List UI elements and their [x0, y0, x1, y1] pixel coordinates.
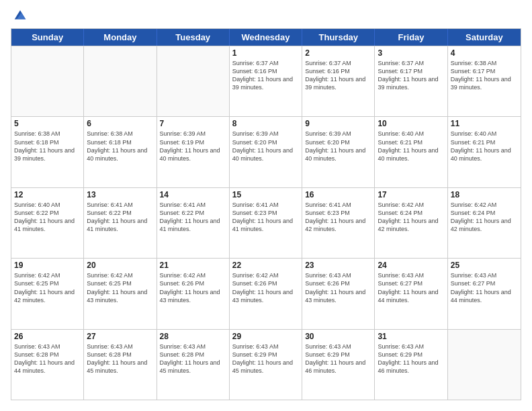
day-cell-11: 11Sunrise: 6:40 AM Sunset: 6:21 PM Dayli… — [448, 117, 521, 187]
day-info: Sunrise: 6:38 AM Sunset: 6:18 PM Dayligh… — [14, 130, 81, 163]
day-cell-3: 3Sunrise: 6:37 AM Sunset: 6:17 PM Daylig… — [375, 46, 447, 116]
day-cell-7: 7Sunrise: 6:39 AM Sunset: 6:19 PM Daylig… — [157, 117, 230, 187]
header-cell-wednesday: Wednesday — [230, 29, 302, 46]
day-cell-12: 12Sunrise: 6:40 AM Sunset: 6:22 PM Dayli… — [11, 188, 84, 258]
day-number: 21 — [160, 261, 226, 270]
empty-cell — [448, 330, 521, 400]
day-info: Sunrise: 6:43 AM Sunset: 6:27 PM Dayligh… — [451, 271, 518, 304]
day-cell-1: 1Sunrise: 6:37 AM Sunset: 6:16 PM Daylig… — [230, 46, 302, 116]
day-info: Sunrise: 6:42 AM Sunset: 6:26 PM Dayligh… — [232, 271, 299, 304]
day-info: Sunrise: 6:43 AM Sunset: 6:27 PM Dayligh… — [378, 271, 444, 304]
day-info: Sunrise: 6:39 AM Sunset: 6:20 PM Dayligh… — [305, 130, 371, 163]
calendar-week-1: 1Sunrise: 6:37 AM Sunset: 6:16 PM Daylig… — [11, 46, 521, 116]
calendar-week-3: 12Sunrise: 6:40 AM Sunset: 6:22 PM Dayli… — [11, 187, 521, 258]
day-cell-2: 2Sunrise: 6:37 AM Sunset: 6:16 PM Daylig… — [302, 46, 375, 116]
day-number: 31 — [378, 332, 444, 341]
empty-cell — [11, 46, 84, 116]
header-cell-tuesday: Tuesday — [157, 29, 230, 46]
day-info: Sunrise: 6:43 AM Sunset: 6:28 PM Dayligh… — [160, 342, 226, 375]
day-info: Sunrise: 6:38 AM Sunset: 6:18 PM Dayligh… — [87, 130, 153, 163]
day-cell-9: 9Sunrise: 6:39 AM Sunset: 6:20 PM Daylig… — [302, 117, 375, 187]
header-cell-thursday: Thursday — [302, 29, 375, 46]
day-number: 29 — [232, 332, 299, 341]
day-info: Sunrise: 6:41 AM Sunset: 6:23 PM Dayligh… — [305, 201, 371, 234]
day-cell-13: 13Sunrise: 6:41 AM Sunset: 6:22 PM Dayli… — [84, 188, 157, 258]
day-number: 14 — [160, 190, 226, 199]
header — [11, 11, 521, 21]
day-cell-17: 17Sunrise: 6:42 AM Sunset: 6:24 PM Dayli… — [375, 188, 447, 258]
day-cell-4: 4Sunrise: 6:38 AM Sunset: 6:17 PM Daylig… — [448, 46, 521, 116]
day-cell-31: 31Sunrise: 6:43 AM Sunset: 6:29 PM Dayli… — [375, 330, 447, 400]
day-number: 28 — [160, 332, 226, 341]
day-number: 27 — [87, 332, 153, 341]
calendar-body: 1Sunrise: 6:37 AM Sunset: 6:16 PM Daylig… — [11, 46, 521, 400]
day-number: 4 — [451, 48, 518, 58]
day-number: 19 — [14, 261, 81, 270]
day-info: Sunrise: 6:39 AM Sunset: 6:20 PM Dayligh… — [232, 130, 299, 163]
day-info: Sunrise: 6:43 AM Sunset: 6:26 PM Dayligh… — [305, 271, 371, 304]
day-cell-27: 27Sunrise: 6:43 AM Sunset: 6:28 PM Dayli… — [84, 330, 157, 400]
day-info: Sunrise: 6:40 AM Sunset: 6:22 PM Dayligh… — [14, 201, 81, 234]
day-info: Sunrise: 6:42 AM Sunset: 6:24 PM Dayligh… — [378, 201, 444, 234]
day-info: Sunrise: 6:43 AM Sunset: 6:29 PM Dayligh… — [305, 342, 371, 375]
day-info: Sunrise: 6:41 AM Sunset: 6:22 PM Dayligh… — [87, 201, 153, 234]
day-info: Sunrise: 6:42 AM Sunset: 6:25 PM Dayligh… — [14, 271, 81, 304]
day-cell-22: 22Sunrise: 6:42 AM Sunset: 6:26 PM Dayli… — [230, 259, 302, 328]
calendar-header: SundayMondayTuesdayWednesdayThursdayFrid… — [11, 29, 521, 46]
day-number: 5 — [14, 119, 81, 128]
day-info: Sunrise: 6:40 AM Sunset: 6:21 PM Dayligh… — [378, 130, 444, 163]
day-cell-28: 28Sunrise: 6:43 AM Sunset: 6:28 PM Dayli… — [157, 330, 230, 400]
day-number: 2 — [305, 48, 371, 58]
day-cell-21: 21Sunrise: 6:42 AM Sunset: 6:26 PM Dayli… — [157, 259, 230, 328]
day-number: 16 — [305, 190, 371, 199]
day-cell-10: 10Sunrise: 6:40 AM Sunset: 6:21 PM Dayli… — [375, 117, 447, 187]
day-cell-24: 24Sunrise: 6:43 AM Sunset: 6:27 PM Dayli… — [375, 259, 447, 328]
day-cell-19: 19Sunrise: 6:42 AM Sunset: 6:25 PM Dayli… — [11, 259, 84, 328]
day-cell-16: 16Sunrise: 6:41 AM Sunset: 6:23 PM Dayli… — [302, 188, 375, 258]
day-number: 8 — [232, 119, 299, 128]
day-number: 18 — [451, 190, 518, 199]
day-cell-26: 26Sunrise: 6:43 AM Sunset: 6:28 PM Dayli… — [11, 330, 84, 400]
calendar-week-4: 19Sunrise: 6:42 AM Sunset: 6:25 PM Dayli… — [11, 258, 521, 328]
day-number: 22 — [232, 261, 299, 270]
day-info: Sunrise: 6:42 AM Sunset: 6:25 PM Dayligh… — [87, 271, 153, 304]
day-number: 7 — [160, 119, 226, 128]
logo — [11, 11, 27, 21]
day-info: Sunrise: 6:39 AM Sunset: 6:19 PM Dayligh… — [160, 130, 226, 163]
day-number: 3 — [378, 48, 444, 58]
day-number: 9 — [305, 119, 371, 128]
page: SundayMondayTuesdayWednesdayThursdayFrid… — [0, 0, 532, 411]
day-number: 11 — [451, 119, 518, 128]
day-info: Sunrise: 6:37 AM Sunset: 6:17 PM Dayligh… — [378, 59, 444, 92]
day-info: Sunrise: 6:43 AM Sunset: 6:28 PM Dayligh… — [87, 342, 153, 375]
day-cell-14: 14Sunrise: 6:41 AM Sunset: 6:22 PM Dayli… — [157, 188, 230, 258]
day-info: Sunrise: 6:43 AM Sunset: 6:29 PM Dayligh… — [232, 342, 299, 375]
calendar-week-5: 26Sunrise: 6:43 AM Sunset: 6:28 PM Dayli… — [11, 329, 521, 400]
day-cell-5: 5Sunrise: 6:38 AM Sunset: 6:18 PM Daylig… — [11, 117, 84, 187]
day-number: 13 — [87, 190, 153, 199]
day-number: 25 — [451, 261, 518, 270]
empty-cell — [157, 46, 230, 116]
day-number: 17 — [378, 190, 444, 199]
day-cell-30: 30Sunrise: 6:43 AM Sunset: 6:29 PM Dayli… — [302, 330, 375, 400]
header-cell-saturday: Saturday — [448, 29, 521, 46]
day-info: Sunrise: 6:43 AM Sunset: 6:28 PM Dayligh… — [14, 342, 81, 375]
day-number: 23 — [305, 261, 371, 270]
day-number: 26 — [14, 332, 81, 341]
day-info: Sunrise: 6:42 AM Sunset: 6:26 PM Dayligh… — [160, 271, 226, 304]
day-info: Sunrise: 6:38 AM Sunset: 6:17 PM Dayligh… — [451, 59, 518, 92]
day-cell-23: 23Sunrise: 6:43 AM Sunset: 6:26 PM Dayli… — [302, 259, 375, 328]
day-number: 15 — [232, 190, 299, 199]
day-info: Sunrise: 6:40 AM Sunset: 6:21 PM Dayligh… — [451, 130, 518, 163]
day-info: Sunrise: 6:43 AM Sunset: 6:29 PM Dayligh… — [378, 342, 444, 375]
day-number: 30 — [305, 332, 371, 341]
day-info: Sunrise: 6:41 AM Sunset: 6:23 PM Dayligh… — [232, 201, 299, 234]
day-number: 6 — [87, 119, 153, 128]
day-info: Sunrise: 6:37 AM Sunset: 6:16 PM Dayligh… — [232, 59, 299, 92]
day-info: Sunrise: 6:37 AM Sunset: 6:16 PM Dayligh… — [305, 59, 371, 92]
day-number: 24 — [378, 261, 444, 270]
header-cell-sunday: Sunday — [11, 29, 84, 46]
day-number: 1 — [232, 48, 299, 58]
calendar-week-2: 5Sunrise: 6:38 AM Sunset: 6:18 PM Daylig… — [11, 116, 521, 187]
header-cell-friday: Friday — [375, 29, 447, 46]
